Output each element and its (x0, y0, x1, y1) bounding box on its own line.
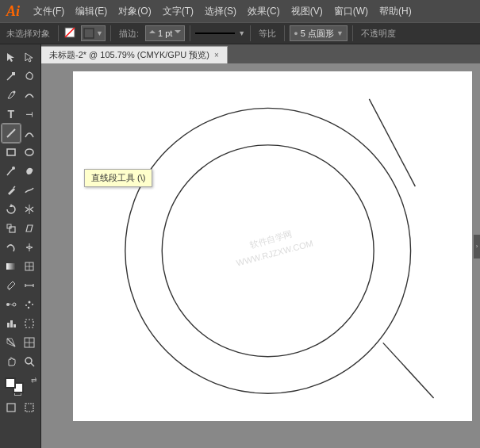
menu-effect[interactable]: 效果(C) (242, 3, 286, 20)
rotate-tool[interactable] (2, 200, 21, 219)
blob-brush-tool[interactable] (21, 162, 40, 181)
slice-select-tool[interactable] (21, 333, 40, 352)
tool-row-11 (2, 238, 39, 257)
reflect-tool[interactable] (21, 200, 40, 219)
svg-point-46 (162, 145, 374, 357)
menu-help[interactable]: 帮助(H) (374, 3, 417, 20)
menu-select[interactable]: 选择(S) (199, 3, 242, 20)
tool-tooltip: 直线段工具 (\) (84, 169, 152, 187)
artboard-tool[interactable] (21, 314, 40, 333)
tab-title: 未标题-2* @ 105.79% (CMYK/GPU 预览) (49, 49, 209, 61)
svg-marker-5 (175, 30, 181, 33)
menu-object[interactable]: 对象(O) (113, 3, 156, 20)
tool-row-15 (2, 314, 39, 333)
stroke-selector[interactable]: ▼ (81, 25, 106, 41)
toolbar-sep-3 (190, 25, 190, 41)
smooth-tool[interactable] (21, 181, 40, 200)
width-tool[interactable] (21, 238, 40, 257)
mesh-tool[interactable] (21, 257, 40, 276)
line-segment-tool[interactable] (2, 124, 21, 143)
svg-point-8 (13, 91, 15, 94)
menu-file[interactable]: 文件(F) (28, 3, 70, 20)
svg-marker-4 (149, 30, 156, 33)
tool-row-6 (2, 143, 39, 162)
pen-tool[interactable] (2, 86, 21, 105)
slice-tool[interactable] (2, 333, 21, 352)
gradient-tool[interactable] (2, 257, 21, 276)
svg-rect-3 (84, 29, 94, 38)
measure-tool[interactable] (21, 276, 40, 295)
points-dropdown[interactable]: ● 5 点圆形 ▼ (290, 25, 348, 41)
fill-color-swatch[interactable] (63, 26, 78, 40)
tab-bar: 未标题-2* @ 105.79% (CMYK/GPU 预览) × (41, 44, 480, 63)
app-logo: Ai (6, 3, 20, 20)
svg-point-29 (29, 301, 31, 304)
selection-tool[interactable] (2, 48, 21, 67)
menu-edit[interactable]: 编辑(E) (70, 3, 113, 20)
direct-selection-tool[interactable] (21, 48, 40, 67)
draw-behind-mode[interactable] (21, 398, 40, 417)
svg-line-9 (7, 129, 15, 137)
scale-tool[interactable] (2, 219, 21, 238)
symbol-sprayer-tool[interactable] (21, 295, 40, 314)
opacity-label: 不透明度 (358, 28, 399, 40)
menu-view[interactable]: 视图(V) (286, 3, 328, 20)
rectangle-tool[interactable] (2, 143, 21, 162)
menu-type[interactable]: 文字(T) (157, 3, 199, 20)
eyedropper-tool[interactable] (2, 276, 21, 295)
document-tab[interactable]: 未标题-2* @ 105.79% (CMYK/GPU 预览) × (41, 46, 228, 63)
blend-tool[interactable] (2, 295, 21, 314)
svg-rect-7 (12, 72, 15, 75)
normal-mode[interactable] (2, 398, 21, 417)
stroke-label: 描边: (116, 28, 142, 40)
magic-wand-tool[interactable] (2, 67, 21, 86)
panel-collapse-arrow[interactable]: › (474, 235, 480, 258)
tool-row-14 (2, 295, 39, 314)
type-tool[interactable]: T (2, 105, 21, 124)
tool-row-9 (2, 200, 39, 219)
svg-rect-10 (7, 149, 15, 155)
toolbar-sep-5 (284, 25, 285, 41)
tool-row-16 (2, 333, 39, 352)
ellipse-tool[interactable] (21, 143, 40, 162)
canvas-svg (73, 71, 472, 421)
svg-line-37 (7, 339, 15, 347)
warp-tool[interactable] (2, 238, 21, 257)
toolbar-sep-6 (352, 25, 353, 41)
paintbrush-tool[interactable] (2, 162, 21, 181)
tool-row-7 (2, 162, 39, 181)
svg-point-28 (13, 303, 16, 306)
svg-rect-16 (10, 227, 15, 232)
pencil-tool[interactable] (2, 181, 21, 200)
curvature-tool[interactable] (21, 86, 40, 105)
svg-rect-36 (25, 320, 33, 327)
tool-row-5 (2, 124, 39, 143)
svg-point-30 (25, 304, 27, 306)
toolbar-sep-4 (250, 25, 251, 41)
menu-window[interactable]: 窗口(W) (328, 3, 374, 20)
vertical-type-tool[interactable]: T (21, 105, 40, 124)
tool-row-10 (2, 219, 39, 238)
shear-tool[interactable] (21, 219, 40, 238)
svg-point-27 (6, 303, 10, 306)
lasso-tool[interactable] (21, 67, 40, 86)
svg-line-13 (13, 186, 15, 188)
tool-row-4: T T (2, 105, 39, 124)
arc-tool[interactable] (21, 124, 39, 143)
zoom-tool[interactable] (21, 352, 40, 371)
svg-rect-44 (25, 404, 33, 412)
swap-fill-stroke[interactable]: ⇄ (31, 376, 37, 384)
svg-rect-43 (7, 404, 15, 412)
svg-point-11 (25, 149, 33, 155)
menu-bar: 文件(F) 编辑(E) 对象(O) 文字(T) 选择(S) 效果(C) 视图(V… (28, 3, 417, 20)
stroke-width-input[interactable]: 1 pt (145, 25, 185, 41)
canvas-area[interactable]: 软件自学网 WWW.RJZXW.COM (41, 63, 480, 429)
tab-close-button[interactable]: × (214, 51, 219, 59)
tool-row-12 (2, 257, 39, 276)
fill-swatch[interactable] (5, 377, 16, 389)
column-graph-tool[interactable] (2, 314, 21, 333)
toolbar-sep-2 (110, 25, 111, 41)
hand-tool[interactable] (2, 352, 21, 371)
svg-rect-34 (10, 320, 13, 327)
tool-row-fill-stroke: ⇄ (2, 374, 39, 396)
